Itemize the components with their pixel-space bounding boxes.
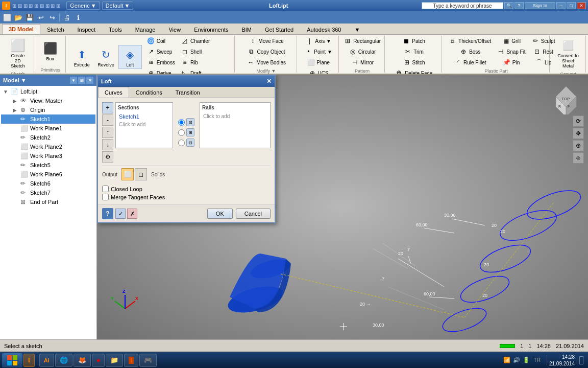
lookat-btn[interactable]: ◎	[573, 152, 584, 164]
merge-tangent-input[interactable]	[102, 194, 109, 200]
panel-close-btn[interactable]: ✕	[86, 77, 93, 84]
tree-item-sketch7[interactable]: ✏ Sketch7	[1, 188, 95, 197]
convert-sheet-metal-btn[interactable]: ⬜ Convert toSheet Metal	[554, 36, 582, 71]
close-btn[interactable]: ✕	[577, 2, 586, 9]
radio-1-input[interactable]	[178, 119, 185, 126]
rails-click-add[interactable]: Click to add	[202, 112, 268, 120]
loft-btn[interactable]: ◈ Loft	[118, 45, 142, 70]
revolve-btn[interactable]: ↻ Revolve	[94, 45, 118, 70]
tab-tools[interactable]: Tools	[102, 25, 129, 34]
tree-item-sketch1[interactable]: ✏ Sketch1	[1, 114, 95, 124]
tab-inspect[interactable]: Inspect	[71, 25, 102, 34]
taskbar-red-app[interactable]: ●	[92, 354, 105, 367]
shell-btn[interactable]: ◻Shell	[178, 47, 212, 57]
tab-environments[interactable]: Environments	[187, 25, 235, 34]
remove-section-btn[interactable]: -	[102, 114, 113, 126]
ucs-btn[interactable]: ⊕UCS	[306, 68, 331, 75]
radio-2-input[interactable]	[178, 129, 185, 136]
panel-filter-btn[interactable]: ▼	[70, 77, 77, 84]
help-btn[interactable]: ?	[514, 2, 524, 9]
style-dropdown[interactable]: Default ▼	[102, 2, 134, 10]
minimize-btn[interactable]: ─	[556, 2, 566, 9]
tree-item-sketch2[interactable]: ✏ Sketch2	[1, 133, 95, 142]
pin-btn[interactable]: 📌Pin	[500, 57, 522, 67]
expand-icon[interactable]: ▼	[3, 89, 9, 95]
dialog-close-btn[interactable]: ✕	[266, 78, 272, 85]
taskbar-inventor[interactable]: I	[23, 354, 35, 367]
qat-new-btn[interactable]: ⬜	[2, 12, 12, 22]
taskbar-chrome[interactable]: 🌐	[55, 354, 72, 367]
tab-sketch[interactable]: Sketch	[40, 25, 71, 34]
taskbar-illustrator[interactable]: Ai	[39, 354, 54, 367]
sketch1-section-item[interactable]: Sketch1	[118, 112, 170, 121]
dialog-ok-btn[interactable]: OK	[207, 209, 233, 219]
tab-more[interactable]: ▼	[348, 25, 367, 34]
radio-option-3[interactable]: ⊟	[178, 139, 194, 147]
create-2d-sketch-btn[interactable]: ⬜ Create2D Sketch	[5, 36, 31, 71]
snap-fit-btn[interactable]: ⊣Snap Fit	[494, 47, 528, 57]
chamfer-btn[interactable]: ◿Chamfer	[178, 36, 212, 46]
tab-view[interactable]: View	[162, 25, 187, 34]
rectangular-btn[interactable]: ⊞Rectangular	[341, 36, 383, 46]
draft-btn[interactable]: ◺Draft	[178, 68, 212, 75]
tab-get-started[interactable]: Get Started	[258, 25, 300, 34]
tree-item-sketch6[interactable]: ✏ Sketch6	[1, 179, 95, 188]
taskbar-firefox[interactable]: 🦊	[74, 354, 91, 367]
dialog-tab-transition[interactable]: Transition	[169, 87, 207, 98]
dialog-checkmark-btn[interactable]: ✓	[115, 209, 126, 219]
view-cube[interactable]: TOP F R	[548, 79, 584, 114]
tab-autodesk360[interactable]: Autodesk 360	[300, 25, 348, 34]
orbit-btn[interactable]: ⟳	[573, 116, 584, 127]
patch-btn[interactable]: ◼Patch	[400, 36, 428, 46]
boss-btn[interactable]: ⊕Boss	[457, 47, 483, 57]
solid-output-btn[interactable]: ⬜	[121, 168, 134, 180]
expand-icon[interactable]: ▶	[13, 98, 19, 104]
pan-btn[interactable]: ✥	[573, 128, 584, 139]
mirror-btn[interactable]: ⊣Mirror	[348, 57, 376, 67]
dialog-tab-curves[interactable]: Curves	[98, 87, 129, 98]
tree-item-work-plane3[interactable]: ⬜ Work Plane3	[1, 151, 95, 160]
move-face-btn[interactable]: ↕Move Face	[246, 36, 286, 46]
radio-option-1[interactable]: ⊡	[178, 118, 194, 126]
panel-icon-btn[interactable]: ⊞	[78, 77, 85, 84]
delete-face-btn[interactable]: 🗑Delete Face	[393, 68, 435, 75]
options-section-btn[interactable]: ⚙	[102, 151, 113, 163]
sign-in-btn[interactable]: Sign In	[525, 2, 555, 9]
closed-loop-input[interactable]	[102, 186, 109, 192]
taskbar-folder[interactable]: 📁	[106, 354, 123, 367]
surface-output-btn[interactable]: ◻	[135, 168, 147, 180]
tree-item-work-plane1[interactable]: ⬜ Work Plane1	[1, 124, 95, 133]
dialog-x-btn[interactable]: ✗	[127, 209, 137, 219]
radio-3-input[interactable]	[178, 140, 185, 146]
profile-dropdown[interactable]: Generic ▼	[66, 2, 100, 10]
tree-item-view-master[interactable]: ▶ 👁 View: Master	[1, 96, 95, 105]
qat-save-btn[interactable]: 💾	[24, 12, 35, 22]
tree-item-end-of-part[interactable]: ⊞ End of Part	[1, 197, 95, 206]
dialog-help-btn[interactable]: ?	[102, 208, 113, 219]
tab-manage[interactable]: Manage	[129, 25, 162, 34]
box-btn[interactable]: ⬛ Box	[38, 39, 62, 63]
tree-item-work-plane2[interactable]: ⬜ Work Plane2	[1, 142, 95, 151]
add-section-btn[interactable]: +	[102, 102, 113, 113]
dialog-tab-conditions[interactable]: Conditions	[129, 87, 169, 98]
tree-item-sketch5[interactable]: ✏ Sketch5	[1, 160, 95, 170]
coil-btn[interactable]: 🌀Coil	[144, 36, 178, 46]
derive-btn[interactable]: ⊕Derive	[144, 68, 178, 75]
radio-option-2[interactable]: ⊞	[178, 128, 194, 136]
move-up-section-btn[interactable]: ↑	[102, 127, 113, 138]
tree-item-origin[interactable]: ▶ ⊕ Origin	[1, 105, 95, 114]
closed-loop-checkbox[interactable]: Closed Loop	[102, 186, 271, 192]
start-button[interactable]	[2, 353, 22, 367]
viewport[interactable]: 20 30,00 60,00 20 20 7 20 60,00 20 20 → …	[97, 75, 588, 339]
dialog-title-bar[interactable]: Loft ✕	[98, 76, 275, 87]
show-desktop-btn[interactable]	[577, 353, 586, 367]
expand-icon[interactable]: ▶	[13, 107, 19, 113]
search-box-title[interactable]: Type a keyword or phrase	[422, 2, 503, 9]
dialog-cancel-btn[interactable]: Cancel	[236, 209, 271, 219]
sections-click-add[interactable]: Click to add	[118, 121, 170, 128]
taskbar-clock[interactable]: 14:28 21.09.2014	[549, 354, 575, 367]
thicken-offset-btn[interactable]: ⧈Thicken/Offset	[446, 36, 494, 46]
merge-tangent-checkbox[interactable]: Merge Tangent Faces	[102, 194, 271, 200]
sweep-btn[interactable]: ↗Sweep	[144, 47, 178, 57]
extrude-btn[interactable]: ⬆ Extrude	[70, 45, 93, 70]
